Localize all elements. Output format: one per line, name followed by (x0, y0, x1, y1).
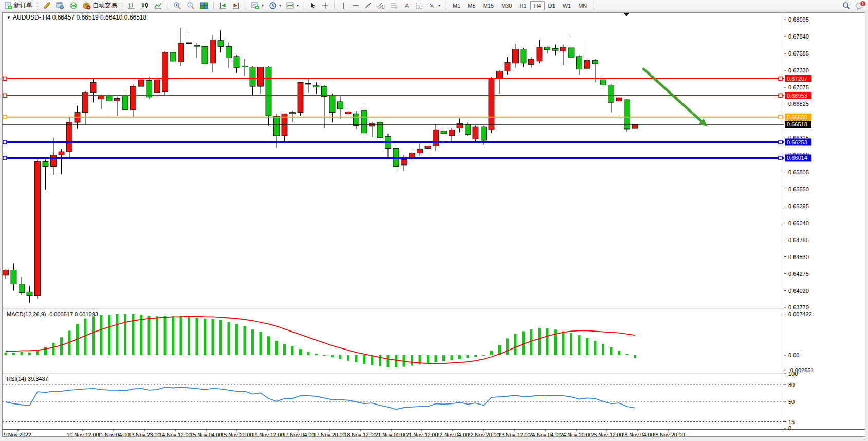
tile-windows-button[interactable] (198, 1, 210, 11)
cursor-tool-button[interactable] (307, 1, 319, 11)
timeframe-m5-button[interactable]: M5 (464, 1, 479, 10)
search-button[interactable] (840, 1, 853, 11)
indicators-icon (286, 2, 294, 10)
rsi-label: RSI(14) 39.3487 (7, 376, 48, 382)
zoom-out-button[interactable] (184, 1, 197, 11)
macd-tick-label: 0.00 (788, 352, 799, 358)
timeframe-mn-button[interactable]: MN (575, 1, 590, 10)
marker-tool-button[interactable] (41, 1, 53, 11)
price-tick-label: 0.66825 (788, 101, 809, 107)
price-tick-label: 0.67585 (788, 50, 809, 57)
auto-scroll-button[interactable] (217, 1, 229, 11)
autotrading-label: 自动交易 (93, 1, 117, 10)
hline-tool-button[interactable] (350, 1, 361, 11)
time-tick-label: 17 Nov 20:00 (313, 432, 346, 436)
toolbar: 新订单 自动交易 (0, 0, 868, 11)
rsi-tick-label: 0 (788, 425, 791, 431)
zoom-in-button[interactable] (171, 1, 183, 11)
price-badge-label: 0.66630 (787, 114, 807, 120)
timeframe-h1-button[interactable]: H1 (515, 1, 530, 10)
text-label-icon: T (416, 2, 423, 9)
candlestick-icon (141, 2, 149, 10)
fibonacci-icon: F (390, 2, 398, 9)
timeframe-w1-button[interactable]: W1 (559, 1, 575, 10)
timeframe-m30-button[interactable]: M30 (497, 1, 515, 10)
price-tick-label: 0.67075 (788, 84, 809, 90)
time-tick-label: 23 Nov 12:00 (498, 432, 531, 436)
price-tick-label: 0.65550 (788, 186, 809, 192)
vline-tool-button[interactable] (338, 1, 349, 11)
time-tick-label: 17 Nov 04:00 (283, 432, 315, 436)
period-button[interactable]: ▾ (267, 1, 283, 11)
tile-windows-icon (200, 2, 208, 10)
timeframe-d1-button[interactable]: D1 (545, 1, 559, 10)
text-tool-button[interactable]: A (401, 1, 413, 11)
candlestick-mode-button[interactable] (139, 1, 151, 11)
time-tick-label: 25 Nov 12:00 (591, 432, 623, 436)
timeframe-group: M1M5M15M30H1H4D1W1MN (449, 1, 590, 10)
time-tick-label: 18 Nov 12:00 (344, 432, 377, 436)
time-tick-label: 11 Nov 04:00 (98, 432, 130, 436)
time-tick-label: 9 Nov 2022 (4, 432, 31, 436)
time-tick-label: 22 Nov 04:00 (437, 432, 469, 436)
new-chart-button[interactable]: ▾ (249, 1, 266, 11)
rsi-tick-label: 80 (788, 382, 795, 388)
price-tick-label: 0.65040 (788, 220, 809, 226)
time-tick-label: 15 Nov 04:00 (190, 432, 223, 436)
yellow-marker-icon (43, 2, 51, 10)
toolbar-separator (168, 2, 168, 10)
clock-icon (269, 2, 277, 10)
notification-count-badge: 1 (860, 1, 866, 7)
toolbar-separator (334, 2, 335, 10)
timeframe-m1-button[interactable]: M1 (449, 1, 464, 10)
trendline-icon (364, 2, 372, 9)
time-tick-label: 21 Nov 12:00 (406, 432, 438, 436)
new-order-button[interactable]: 新订单 (2, 1, 34, 11)
text-icon: A (403, 2, 411, 9)
crosshair-tool-button[interactable] (320, 1, 331, 11)
line-chart-mode-button[interactable] (152, 1, 164, 11)
indicators-button[interactable]: ▾ (284, 1, 301, 11)
dropdown-caret: ▾ (262, 3, 264, 8)
shapes-tool-button[interactable]: ▾ (426, 1, 442, 11)
market-watch-icon (56, 2, 64, 10)
trendline-tool-button[interactable] (362, 1, 374, 11)
search-icon (842, 2, 851, 10)
price-badge-label: 0.67207 (787, 76, 807, 82)
time-tick-label: 15 Nov 20:00 (221, 432, 253, 436)
chart-shift-button[interactable] (230, 1, 243, 11)
notifications-button[interactable]: 1 (853, 1, 866, 11)
hline-handle (779, 115, 782, 119)
price-tick-label: 0.68095 (788, 16, 809, 23)
chart-window: ▼AUDUSD-,H4 0.66457 0.66519 0.66410 0.66… (2, 12, 865, 437)
fibonacci-tool-button[interactable]: F (388, 1, 400, 11)
price-badge-label: 0.66953 (787, 93, 807, 99)
chart-canvas[interactable]: ▼AUDUSD-,H4 0.66457 0.66519 0.66410 0.66… (3, 13, 865, 436)
hline-handle (3, 140, 7, 144)
rsi-tick-label: 50 (788, 399, 795, 405)
dropdown-caret: ▾ (438, 3, 440, 8)
rsi-tick-label: 100 (788, 371, 798, 377)
signals-button[interactable] (67, 1, 80, 11)
bar-chart-icon (127, 2, 136, 10)
price-tick-label: 0.64275 (788, 271, 809, 277)
crosshair-icon (322, 2, 329, 9)
autotrading-icon (83, 2, 91, 10)
autotrading-button[interactable]: 自动交易 (81, 1, 119, 11)
auto-scroll-icon (219, 2, 227, 10)
text-label-tool-button[interactable]: T (414, 1, 425, 11)
market-watch-button[interactable] (54, 1, 66, 11)
toolbar-separator (213, 2, 214, 10)
cursor-icon (309, 2, 317, 9)
zoom-out-icon (187, 2, 195, 10)
channel-tool-button[interactable]: E (375, 1, 387, 11)
time-tick-label: 22 Nov 20:00 (468, 432, 500, 436)
timeframe-m15-button[interactable]: M15 (479, 1, 497, 10)
bar-chart-mode-button[interactable] (125, 1, 138, 11)
price-tick-label: 0.64530 (788, 254, 809, 260)
hline-handle (3, 77, 7, 80)
price-tick-label: 0.65805 (788, 169, 809, 175)
timeframe-h4-button[interactable]: H4 (530, 1, 545, 10)
toolbar-separator (594, 2, 594, 10)
new-chart-icon (251, 2, 260, 10)
